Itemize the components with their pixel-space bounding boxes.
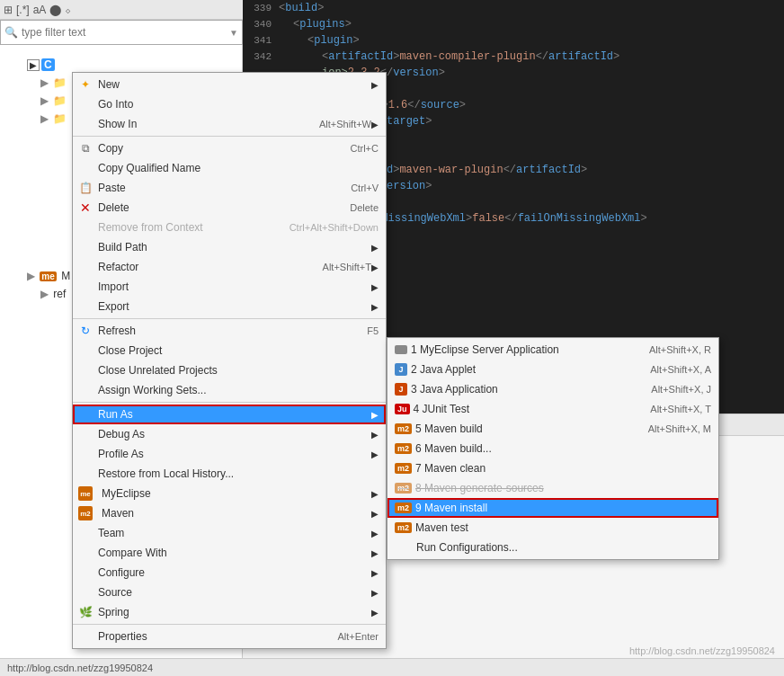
tree-item-c2[interactable]: ▶ 📁 (40, 76, 68, 89)
menu-item-maven[interactable]: m2 Maven ▶ (73, 503, 386, 523)
submenu-content-4: Ju 4 JUnit Test (395, 403, 650, 415)
menu-item-refresh[interactable]: ↻ Refresh F5 (73, 321, 386, 341)
status-text: http://blog.csdn.net/zzg19950824 (7, 663, 153, 673)
submenu-item-junit-test[interactable]: Ju 4 JUnit Test Alt+Shift+X, T (388, 399, 718, 419)
menu-item-show-in[interactable]: Show In Alt+Shift+W ▶ (73, 114, 386, 134)
toolbar-icon-1[interactable]: ⊞ (4, 4, 13, 16)
submenu-content-9: m2 9 Maven install (395, 502, 711, 514)
menu-item-export[interactable]: Export ▶ (73, 297, 386, 316)
submenu-item-maven-build-dots[interactable]: m2 6 Maven build... (388, 439, 718, 458)
toolbar-icon-3[interactable]: aA (33, 4, 47, 16)
menu-item-go-into[interactable]: Go Into (73, 94, 386, 114)
refresh-icon: ↻ (78, 324, 93, 338)
server-icon (395, 345, 407, 354)
maven-badge-1: m2 (395, 423, 412, 434)
maven-badge-5: m2 (395, 503, 412, 513)
menu-separator-4 (73, 624, 386, 625)
maven-badge-6: m2 (395, 522, 412, 533)
menu-item-assign-working-sets[interactable]: Assign Working Sets... (73, 380, 386, 400)
tree-item-c1[interactable]: ▶ C (27, 58, 55, 71)
menu-item-team[interactable]: Team ▶ (73, 523, 386, 543)
new-icon: ✦ (78, 77, 93, 92)
menu-item-debug-as[interactable]: Debug As ▶ (73, 424, 386, 444)
maven-badge-2: m2 (395, 443, 412, 454)
submenu-content-7: m2 7 Maven clean (395, 462, 711, 475)
menu-item-myeclipse[interactable]: me MyEclipse ▶ (73, 484, 386, 503)
submenu-item-maven-test[interactable]: m2 Maven test (388, 518, 718, 538)
menu-separator-1 (73, 136, 386, 137)
menu-item-compare-with[interactable]: Compare With ▶ (73, 543, 386, 563)
arrow-icon-team: ▶ (371, 529, 379, 538)
submenu-content-8: m2 8 Maven generate-sources (395, 482, 711, 494)
arrow-icon-myeclipse: ▶ (371, 489, 379, 499)
toolbar-icon-4[interactable]: ⬤ (49, 4, 61, 16)
tree-item-c3[interactable]: ▶ 📁 (40, 94, 68, 107)
menu-item-source[interactable]: Source ▶ (73, 583, 386, 602)
applet-icon: J (395, 363, 407, 376)
spring-icon: 🌿 (78, 605, 93, 619)
tree-item-c4[interactable]: ▶ 📁 (40, 112, 68, 125)
submenu-item-maven-build[interactable]: m2 5 Maven build Alt+Shift+X, M (388, 419, 718, 439)
context-menu: ✦ New ▶ Go Into Show In Alt+Shift+W ▶ ⧉ … (72, 72, 387, 649)
maven-badge-3: m2 (395, 463, 412, 474)
menu-item-paste[interactable]: 📋 Paste Ctrl+V (73, 178, 386, 198)
menu-item-run-as[interactable]: Run As ▶ (73, 405, 386, 424)
menu-item-copy-qualified-name[interactable]: Copy Qualified Name (73, 158, 386, 178)
menu-item-close-project[interactable]: Close Project (73, 341, 386, 360)
menu-item-build-path[interactable]: Build Path ▶ (73, 237, 386, 257)
arrow-icon-spring: ▶ (371, 608, 379, 618)
menu-item-refactor[interactable]: Refactor Alt+Shift+T ▶ (73, 257, 386, 277)
arrow-icon-4: ▶ (371, 262, 379, 272)
arrow-icon-configure: ▶ (371, 568, 379, 578)
toolbar: ⊞ [.*] aA ⬤ ⬦ (0, 0, 243, 20)
submenu-content-11: Run Configurations... (395, 541, 711, 554)
ide-background: ⊞ [.*] aA ⬤ ⬦ 🔍 ▼ ▶ 📁 Now ▶ C ▶ 📁 ▶ 📁 ▶ (0, 0, 784, 676)
copy-icon: ⧉ (78, 141, 93, 156)
menu-item-remove-from-context[interactable]: Remove from Context Ctrl+Alt+Shift+Down (73, 218, 386, 237)
menu-item-copy[interactable]: ⧉ Copy Ctrl+C (73, 138, 386, 158)
java-app-icon: J (395, 383, 407, 396)
arrow-icon-profile-as: ▶ (371, 449, 379, 459)
search-input[interactable] (22, 26, 219, 39)
maven-badge-4: m2 (395, 483, 412, 494)
paste-icon: 📋 (78, 181, 93, 195)
toolbar-icon-2[interactable]: [.*] (16, 4, 30, 16)
menu-item-close-unrelated-projects[interactable]: Close Unrelated Projects (73, 360, 386, 380)
submenu-item-run-configurations[interactable]: Run Configurations... (388, 538, 718, 557)
menu-item-configure[interactable]: Configure ▶ (73, 563, 386, 583)
editor-line-2: 340 <plugins> (243, 16, 784, 32)
menu-item-delete[interactable]: ✕ Delete Delete (73, 198, 386, 218)
editor-line-3: 341 <plugin> (243, 32, 784, 49)
submenu-item-java-application[interactable]: J 3 Java Application Alt+Shift+X, J (388, 379, 718, 399)
menu-item-profile-as[interactable]: Profile As ▶ (73, 444, 386, 464)
menu-separator-2 (73, 318, 386, 319)
menu-item-spring[interactable]: 🌿 Spring ▶ (73, 602, 386, 622)
arrow-icon-6: ▶ (371, 302, 379, 312)
menu-item-import[interactable]: Import ▶ (73, 277, 386, 297)
submenu-item-java-applet[interactable]: J 2 Java Applet Alt+Shift+X, A (388, 360, 718, 379)
submenu-content-6: m2 6 Maven build... (395, 442, 711, 455)
arrow-icon-2: ▶ (371, 120, 379, 129)
watermark: http://blog.csdn.net/zzg19950824 (629, 645, 775, 656)
submenu-item-maven-install[interactable]: m2 9 Maven install (388, 498, 718, 518)
submenu-content-5: m2 5 Maven build (395, 422, 648, 435)
submenu-run-as: 1 MyEclipse Server Application Alt+Shift… (387, 337, 719, 560)
editor-line-1: 339 <build> (243, 0, 784, 16)
tree-item-ref[interactable]: ▶ ref (40, 288, 66, 300)
menu-item-new[interactable]: ✦ New ▶ (73, 75, 386, 94)
submenu-item-myeclipse-server[interactable]: 1 MyEclipse Server Application Alt+Shift… (388, 340, 718, 360)
toolbar-icon-5[interactable]: ⬦ (65, 4, 71, 16)
submenu-item-maven-generate-sources[interactable]: m2 8 Maven generate-sources (388, 478, 718, 498)
submenu-item-maven-clean[interactable]: m2 7 Maven clean (388, 458, 718, 478)
submenu-content-3: J 3 Java Application (395, 383, 651, 396)
menu-item-properties[interactable]: Properties Alt+Enter (73, 627, 386, 646)
arrow-icon-5: ▶ (371, 282, 379, 292)
search-icon: 🔍 (4, 26, 18, 39)
arrow-icon: ▶ (371, 80, 379, 90)
maven-icon: m2 (78, 506, 93, 520)
myeclipse-icon: me (78, 486, 93, 501)
search-dropdown-icon[interactable]: ▼ (229, 28, 238, 38)
menu-item-restore-local-history[interactable]: Restore from Local History... (73, 464, 386, 484)
tree-item-m[interactable]: ▶ me M (27, 270, 70, 282)
arrow-icon-maven: ▶ (371, 509, 379, 519)
